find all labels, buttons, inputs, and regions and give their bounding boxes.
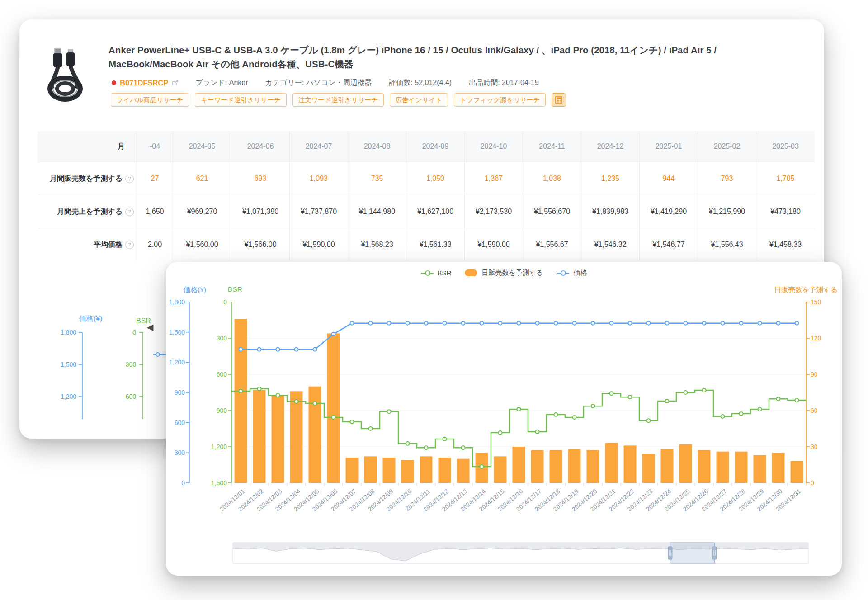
price-point-2024/12/16[interactable] [517, 321, 521, 325]
price-point-2024/12/06[interactable] [332, 332, 335, 336]
bsr-point-2024/12/27[interactable] [721, 415, 725, 418]
bar-2024/12/26[interactable] [698, 450, 711, 483]
bar-2024/12/29[interactable] [754, 455, 766, 483]
datazoom-window[interactable] [670, 543, 714, 563]
price-point-2024/12/18[interactable] [554, 321, 558, 325]
bar-2024/12/28[interactable] [735, 452, 748, 483]
bsr-point-2024/12/02[interactable] [258, 387, 261, 391]
price-point-2024/12/04[interactable] [295, 348, 298, 351]
bsr-point-2024/12/06[interactable] [332, 416, 335, 419]
datazoom-handle-right[interactable] [712, 547, 717, 559]
bar-2024/12/23[interactable] [642, 454, 655, 483]
bar-2024/12/18[interactable] [550, 450, 562, 483]
bar-2024/12/24[interactable] [661, 449, 674, 483]
bsr-point-2024/12/11[interactable] [425, 446, 428, 449]
bsr-point-2024/12/03[interactable] [276, 393, 280, 397]
bsr-point-2024/12/13[interactable] [462, 446, 465, 449]
help-icon-monthly-revenue-forecast[interactable]: ? [125, 208, 134, 216]
bsr-point-2024/12/18[interactable] [554, 413, 558, 416]
bar-2024/12/13[interactable] [457, 459, 470, 483]
bsr-point-2024/12/25[interactable] [684, 391, 688, 394]
price-point-2024/12/02[interactable] [258, 348, 261, 351]
bar-2024/12/08[interactable] [364, 456, 377, 483]
bsr-point-2024/12/24[interactable] [665, 399, 669, 403]
price-point-2024/12/22[interactable] [628, 321, 632, 325]
price-point-2024/12/29[interactable] [758, 321, 762, 325]
help-icon-monthly-sales-forecast[interactable]: ? [125, 175, 134, 183]
bar-2024/12/20[interactable] [587, 450, 599, 483]
bar-2024/12/17[interactable] [531, 450, 544, 483]
bsr-point-2024/12/28[interactable] [740, 412, 743, 416]
bsr-point-2024/12/19[interactable] [573, 416, 576, 419]
bsr-point-2024/12/07[interactable] [350, 420, 354, 424]
bsr-point-2024/12/12[interactable] [443, 437, 447, 441]
price-point-2024/12/24[interactable] [665, 321, 669, 325]
price-point-2024/12/15[interactable] [499, 321, 502, 325]
profit-calculator-button[interactable] [552, 93, 566, 107]
price-point-2024/12/05[interactable] [313, 348, 317, 351]
price-point-2024/12/23[interactable] [647, 321, 651, 325]
bar-2024/12/31[interactable] [791, 461, 803, 483]
bsr-point-2024/12/08[interactable] [369, 427, 373, 430]
bsr-point-2024/12/04[interactable] [295, 400, 298, 403]
bar-2024/12/30[interactable] [772, 453, 785, 483]
price-point-2024/12/28[interactable] [740, 321, 743, 325]
price-point-2024/12/03[interactable] [276, 348, 280, 351]
bsr-point-2024/12/30[interactable] [777, 397, 780, 401]
price-point-2024/12/10[interactable] [406, 321, 410, 325]
bsr-point-2024/12/20[interactable] [591, 404, 595, 408]
bar-2024/12/06[interactable] [327, 333, 340, 483]
bar-2024/12/15[interactable] [494, 456, 507, 483]
bar-2024/12/19[interactable] [568, 449, 581, 483]
bsr-point-2024/12/05[interactable] [313, 402, 317, 405]
price-point-2024/12/30[interactable] [777, 321, 780, 325]
bsr-point-2024/12/26[interactable] [703, 388, 706, 392]
bsr-point-2024/12/29[interactable] [758, 407, 762, 411]
bsr-point-2024/12/23[interactable] [647, 419, 651, 422]
bar-2024/12/25[interactable] [679, 444, 692, 483]
bar-2024/12/27[interactable] [717, 452, 729, 483]
price-point-2024/12/14[interactable] [480, 321, 484, 325]
bar-2024/12/11[interactable] [420, 456, 433, 483]
traffic-source-research-button[interactable]: トラフィック源をリサーチ [454, 93, 546, 107]
price-point-2024/12/19[interactable] [573, 321, 576, 325]
price-point-2024/12/12[interactable] [443, 321, 447, 325]
bar-2024/12/04[interactable] [290, 391, 303, 483]
ad-insights-button[interactable]: 広告インサイト [390, 93, 448, 107]
bar-2024/12/10[interactable] [401, 460, 414, 483]
external-link-icon[interactable] [172, 80, 178, 86]
price-point-2024/12/31[interactable] [795, 321, 799, 325]
bar-2024/12/07[interactable] [346, 458, 359, 483]
bar-2024/12/02[interactable] [253, 390, 266, 483]
bsr-point-2024/12/31[interactable] [795, 398, 799, 402]
price-point-2024/12/08[interactable] [369, 321, 373, 325]
bar-2024/12/21[interactable] [605, 443, 618, 483]
price-point-2024/12/17[interactable] [536, 321, 539, 325]
bsr-point-2024/12/21[interactable] [610, 392, 613, 395]
price-point-2024/12/13[interactable] [462, 321, 465, 325]
price-point-2024/12/01[interactable] [239, 348, 243, 351]
bar-2024/12/09[interactable] [383, 458, 396, 483]
price-point-2024/12/21[interactable] [610, 321, 613, 325]
bar-2024/12/12[interactable] [439, 458, 451, 483]
bsr-point-2024/12/15[interactable] [499, 431, 502, 435]
price-point-2024/12/26[interactable] [703, 321, 706, 325]
price-point-2024/12/25[interactable] [684, 321, 688, 325]
bsr-point-2024/12/01[interactable] [239, 389, 243, 393]
price-point-2024/12/27[interactable] [721, 321, 725, 325]
bsr-point-2024/12/10[interactable] [406, 442, 410, 445]
rival-product-research-button[interactable]: ライバル商品リサーチ [111, 93, 189, 107]
bsr-point-2024/12/17[interactable] [536, 430, 539, 434]
keyword-reverse-research-button[interactable]: キーワード逆引きリサーチ [195, 93, 286, 107]
bar-2024/12/05[interactable] [309, 387, 321, 483]
bsr-point-2024/12/22[interactable] [628, 395, 632, 399]
bar-2024/12/03[interactable] [272, 395, 284, 483]
bsr-point-2024/12/09[interactable] [387, 410, 391, 413]
bsr-point-2024/12/14[interactable] [480, 465, 484, 468]
price-point-2024/12/11[interactable] [425, 321, 428, 325]
bar-2024/12/01[interactable] [235, 319, 247, 483]
help-icon-average-price[interactable]: ? [125, 241, 134, 249]
bsr-point-2024/12/16[interactable] [517, 407, 521, 411]
price-point-2024/12/09[interactable] [387, 321, 391, 325]
table-scroll-left-button[interactable]: ◀ [145, 321, 156, 333]
